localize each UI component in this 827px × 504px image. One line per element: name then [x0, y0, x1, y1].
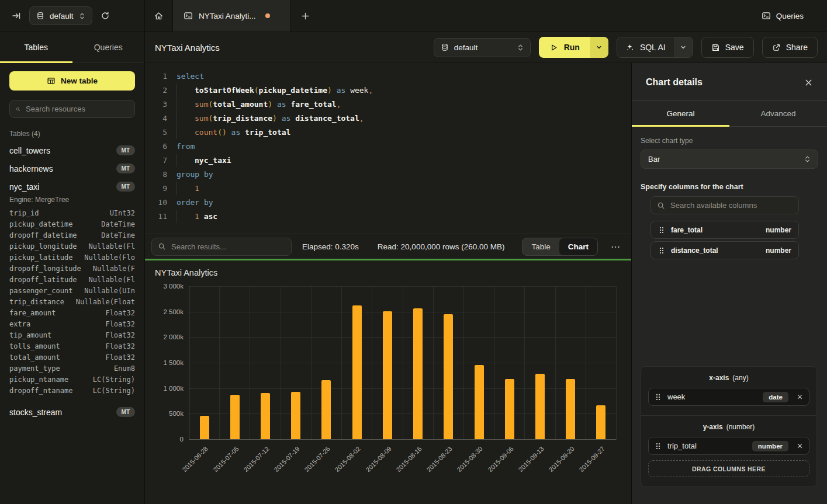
code-token: nyc_taxi	[195, 156, 231, 165]
y-axis-title: y-axis(number)	[648, 423, 809, 431]
table-row[interactable]: nyc_taxiMT	[0, 178, 144, 196]
queries-button[interactable]: Queries	[762, 11, 804, 20]
chart-view-button[interactable]: Chart	[559, 238, 597, 255]
column-row[interactable]: pickup_latitudeNullable(Flo	[0, 252, 144, 263]
chart-bar	[596, 405, 605, 439]
sidebar-search	[9, 100, 135, 118]
column-name: dropoff_latitude	[9, 276, 77, 284]
column-row[interactable]: fare_amountFloat32	[0, 307, 144, 318]
column-name: tolls_amount	[9, 342, 60, 350]
column-row[interactable]: pickup_longitudeNullable(Fl	[0, 241, 144, 252]
table-view-button[interactable]: Table	[523, 238, 559, 255]
y-axis-column-chip[interactable]: trip_total number	[648, 437, 809, 455]
refresh-icon	[101, 11, 110, 20]
sidebar-search-input[interactable]	[26, 105, 129, 113]
column-name: fare_amount	[9, 309, 56, 317]
column-row[interactable]: payment_typeEnum8	[0, 363, 144, 374]
remove-y-axis-column-button[interactable]	[797, 443, 803, 449]
code-text: sum(trip_distance) as distance_total,	[177, 114, 364, 123]
search-icon	[16, 105, 20, 113]
drag-handle-icon[interactable]	[655, 393, 662, 401]
column-row[interactable]: extraFloat32	[0, 318, 144, 329]
chart-type-select[interactable]: Bar	[641, 150, 818, 169]
drag-handle-icon[interactable]	[658, 226, 665, 234]
column-row[interactable]: dropoff_datetimeDateTime	[0, 230, 144, 241]
column-row[interactable]: pickup_ntanameLC(String)	[0, 374, 144, 385]
new-tab-button[interactable]	[291, 0, 319, 32]
column-chip[interactable]: distance_totalnumber	[650, 241, 799, 259]
sql-ai-button[interactable]: SQL AI	[617, 37, 674, 57]
column-type: Nullable(Flo	[84, 253, 135, 262]
new-table-button[interactable]: New table	[9, 71, 135, 91]
column-row[interactable]: pickup_datetimeDateTime	[0, 218, 144, 230]
panel-tab-general[interactable]: General	[632, 101, 729, 126]
column-name: total_amount	[9, 353, 60, 362]
engine-badge: MT	[116, 164, 135, 173]
toolbar-database-selector[interactable]: default	[434, 38, 531, 57]
column-row[interactable]: total_amountFloat32	[0, 352, 144, 363]
query-tab[interactable]: NYTaxi Analyti...	[173, 0, 291, 32]
code-line: 10order by	[153, 195, 631, 209]
close-icon	[797, 443, 803, 449]
column-row[interactable]: tolls_amountFloat32	[0, 340, 144, 352]
table-row[interactable]: cell_towersMT	[0, 141, 144, 159]
column-row[interactable]: dropoff_ntanameLC(String)	[0, 385, 144, 396]
share-button[interactable]: Share	[762, 37, 818, 58]
chart-slot: 2015-08-30	[464, 286, 494, 439]
column-row[interactable]: trip_distanceNullable(Float	[0, 296, 144, 307]
drag-handle-icon[interactable]	[655, 442, 662, 450]
column-name: passenger_count	[9, 287, 72, 295]
column-type: Float32	[105, 320, 135, 328]
chart-details-panel: Chart details General Advanced Select ch…	[631, 63, 827, 504]
drag-handle-icon[interactable]	[658, 246, 665, 255]
bar-chart-plot: 3 000k2 500k2 000k1 500k1 000k500k02015-…	[189, 286, 617, 440]
x-axis-section: x-axis(any) week date	[641, 367, 816, 415]
code-token: select	[177, 72, 204, 81]
column-name: pickup_ntaname	[9, 376, 68, 384]
drag-columns-drop-zone[interactable]: DRAG COLUMNS HERE	[648, 460, 809, 477]
chart-bar	[566, 379, 575, 439]
column-row[interactable]: trip_idUInt32	[0, 207, 144, 218]
code-token: trip_total	[245, 128, 290, 137]
close-panel-button[interactable]	[804, 78, 813, 87]
sql-editor[interactable]: 1select2toStartOfWeek(pickup_datetime) a…	[145, 63, 631, 234]
x-axis-tick-label: 2015-09-06	[486, 445, 514, 473]
share-icon	[772, 43, 781, 52]
run-button[interactable]: Run	[539, 37, 590, 58]
topbar-database-selector[interactable]: default	[29, 6, 92, 25]
query-toolbar: NYTaxi Analytics default Run SQL AI	[145, 32, 827, 63]
column-row[interactable]: dropoff_latitudeNullable(Fl	[0, 274, 144, 285]
column-row[interactable]: dropoff_longitudeNullable(F	[0, 263, 144, 274]
column-type: Nullable(F	[93, 265, 135, 273]
column-row[interactable]: passenger_countNullable(UIn	[0, 285, 144, 296]
column-chip[interactable]: fare_totalnumber	[650, 221, 799, 239]
refresh-button[interactable]	[101, 11, 110, 20]
line-number: 5	[153, 128, 167, 137]
table-row[interactable]: hackernewsMT	[0, 159, 144, 178]
column-row[interactable]: tip_amountFloat32	[0, 329, 144, 340]
sql-ai-options-button[interactable]	[674, 37, 693, 57]
database-name: default	[454, 43, 478, 52]
arrow-to-bar-icon	[12, 11, 21, 20]
table-row[interactable]: stocks_streamMT	[0, 403, 144, 421]
column-type: UInt32	[110, 209, 135, 217]
panel-tab-advanced[interactable]: Advanced	[729, 101, 827, 126]
view-toggle: Table Chart	[522, 238, 598, 256]
sidebar-tab-queries[interactable]: Queries	[72, 32, 145, 62]
code-line: 6from	[153, 139, 631, 153]
x-axis-column-chip[interactable]: week date	[648, 388, 809, 406]
query-title: NYTaxi Analytics	[155, 43, 220, 53]
more-options-button[interactable]: ⋯	[608, 241, 623, 252]
run-options-button[interactable]	[590, 37, 608, 58]
home-button[interactable]	[145, 0, 173, 32]
code-token: as	[227, 128, 245, 137]
collapse-sidebar-button[interactable]	[12, 11, 21, 20]
results-search-input[interactable]	[171, 242, 285, 251]
sidebar-tab-tables[interactable]: Tables	[0, 32, 72, 62]
available-columns-list: fare_totalnumberdistance_totalnumber	[650, 221, 799, 259]
remove-x-axis-column-button[interactable]	[797, 394, 803, 400]
columns-search-input[interactable]	[670, 201, 793, 210]
columns-section-label: Specify columns for the chart	[641, 183, 818, 191]
save-button[interactable]: Save	[701, 37, 754, 58]
chevron-updown-icon	[79, 12, 85, 20]
